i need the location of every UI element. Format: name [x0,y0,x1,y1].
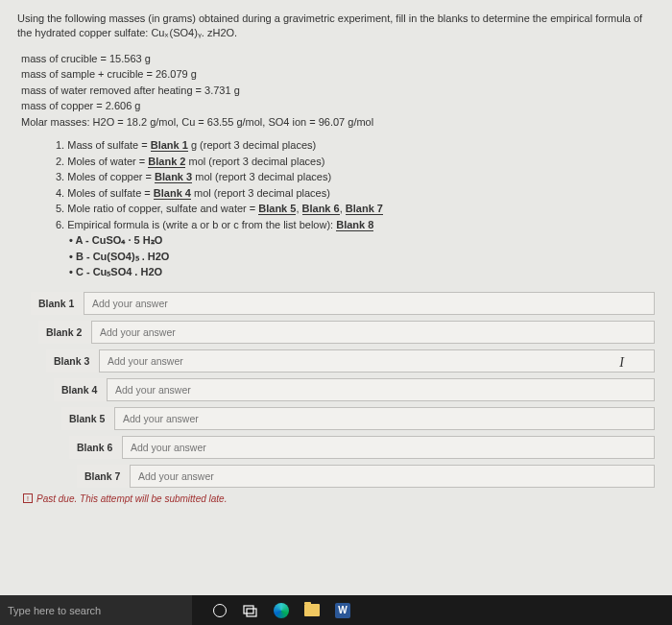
blank-label: Blank 3 [46,349,99,373]
question-intro: Using the following masses (in grams) ob… [17,12,655,41]
blank-7-input[interactable] [130,465,655,488]
blank-row: Blank 5 [61,407,655,430]
question-item: 1. Mass of sulfate = Blank 1 g (report 3… [56,137,655,154]
windows-taskbar: Type here to search W [0,595,672,625]
option-b: B - Cu(SO4)₅ . H2O [69,249,655,265]
option-a: A - CuSO₄ · 5 H₂O [69,232,655,249]
warning-icon: ! [23,493,33,503]
blank-label: Blank 1 [31,292,84,315]
search-placeholder: Type here to search [8,605,101,616]
blank-5-input[interactable] [114,407,655,430]
blank-label: Blank 2 [38,321,91,344]
blank-1-input[interactable] [84,292,655,315]
measurement-line: Molar masses: H2O = 18.2 g/mol, Cu = 63.… [21,114,655,131]
measurements-block: mass of crucible = 15.563 g mass of samp… [21,51,655,131]
blank-2-input[interactable] [91,321,655,344]
file-explorer-icon[interactable] [303,602,321,619]
cortana-icon[interactable] [211,602,228,619]
blank-label: Blank 4 [54,378,107,401]
question-item: 2. Moles of water = Blank 2 mol (report … [56,154,655,170]
edge-browser-icon[interactable] [273,602,290,619]
blank-6-input[interactable] [122,436,655,459]
measurement-line: mass of crucible = 15.563 g [21,51,655,67]
svg-rect-1 [247,609,256,616]
question-item: 5. Mole ratio of copper, sulfate and wat… [56,201,655,217]
blank-row: Blank 2 [38,321,655,344]
past-due-notice: ! Past due. This attempt will be submitt… [23,493,655,504]
blank-row: Blank 6 [69,436,655,459]
blank-row: Blank 7 [77,465,655,488]
blank-label: Blank 6 [69,436,122,459]
task-view-icon[interactable] [242,602,259,619]
blank-label: Blank 5 [61,407,114,430]
blank-row: Blank 1 [31,292,655,315]
taskbar-search[interactable]: Type here to search [0,595,192,625]
blank-row: Blank 4 [54,378,655,401]
measurement-line: mass of water removed after heating = 3.… [21,83,655,99]
text-cursor-icon: I [619,355,624,371]
blank-label: Blank 7 [77,465,130,488]
questions-list: 1. Mass of sulfate = Blank 1 g (report 3… [56,137,655,280]
blank-4-input[interactable] [107,378,655,401]
option-c: C - Cu₅SO4 . H2O [69,264,655,280]
answer-blanks: Blank 1 Blank 2 Blank 3 Blank 4 Blank 5 … [17,292,655,488]
question-item: 6. Empirical formula is (write a or b or… [56,217,655,233]
measurement-line: mass of copper = 2.606 g [21,98,655,114]
blank-3-input[interactable] [99,349,655,373]
blank-row: Blank 3 [46,349,655,373]
question-item: 3. Moles of copper = Blank 3 mol (report… [56,169,655,185]
word-icon[interactable]: W [334,602,351,619]
svg-rect-0 [244,606,253,613]
measurement-line: mass of sample + crucible = 26.079 g [21,66,655,83]
question-item: 4. Moles of sulfate = Blank 4 mol (repor… [56,185,655,202]
